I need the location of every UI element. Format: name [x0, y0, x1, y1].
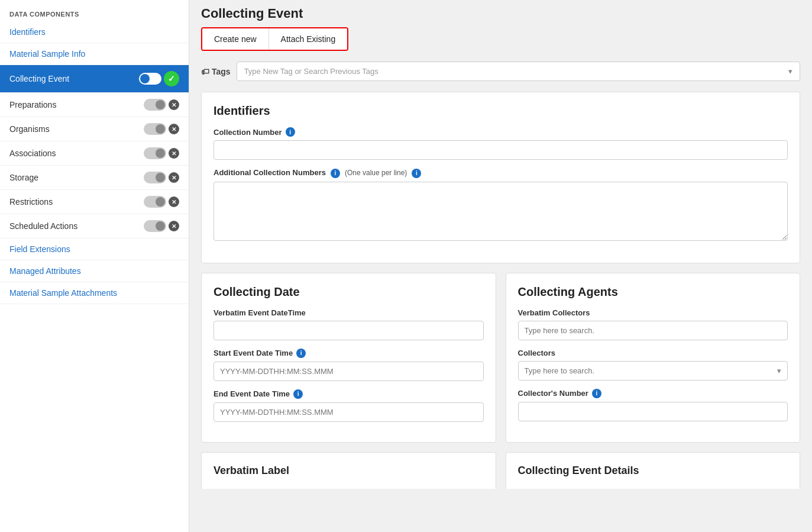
sidebar-item-restrictions[interactable]: Restrictions ✕ [0, 190, 189, 214]
sidebar-item-label: Field Extensions [9, 244, 70, 254]
associations-toggle-x[interactable]: ✕ [169, 148, 179, 159]
sidebar-item-organisms[interactable]: Organisms ✕ [0, 117, 189, 141]
collectors-label: Collectors [518, 349, 788, 357]
storage-toggle-wrap: ✕ [144, 172, 179, 183]
action-buttons-container: Create new Attach Existing [201, 27, 348, 51]
create-new-button[interactable]: Create new [202, 28, 269, 50]
page-header: Collecting Event Create new Attach Exist… [189, 0, 812, 51]
collectors-number-input[interactable] [518, 402, 788, 421]
collection-number-info-icon[interactable]: i [286, 127, 295, 137]
main-content: Collecting Event Create new Attach Exist… [189, 0, 812, 532]
sidebar-item-storage[interactable]: Storage ✕ [0, 166, 189, 190]
sidebar-item-label: Material Sample Attachments [9, 288, 117, 298]
sidebar-item-associations[interactable]: Associations ✕ [0, 141, 189, 166]
sidebar-item-label: Identifiers [9, 27, 46, 37]
collecting-event-toggle[interactable] [139, 73, 161, 85]
preparations-toggle-x[interactable]: ✕ [169, 99, 179, 110]
collecting-event-check[interactable]: ✓ [164, 71, 179, 86]
restrictions-toggle[interactable] [144, 196, 166, 208]
collectors-search-wrap[interactable]: ▾ [518, 361, 788, 381]
collection-number-label: Collection Number i [213, 127, 788, 137]
preparations-toggle[interactable] [144, 99, 166, 111]
identifiers-card-title: Identifiers [213, 104, 788, 118]
additional-collection-textarea[interactable] [213, 182, 788, 241]
collecting-event-details-title: Collecting Event Details [518, 465, 788, 477]
page-title: Collecting Event [201, 6, 800, 21]
sidebar-item-material-sample-info[interactable]: Material Sample Info [0, 43, 189, 65]
storage-toggle-x[interactable]: ✕ [169, 172, 179, 183]
sidebar-item-preparations[interactable]: Preparations ✕ [0, 93, 189, 117]
tags-row: 🏷 Tags Type New Tag or Search Previous T… [189, 57, 812, 86]
sidebar-item-label: Material Sample Info [9, 49, 85, 59]
additional-collection-row: Additional Collection Numbers i (One val… [213, 168, 788, 178]
sidebar-item-material-sample-attachments[interactable]: Material Sample Attachments [0, 282, 189, 304]
one-value-info-icon[interactable]: i [412, 169, 421, 178]
two-col-section: Collecting Date Verbatim Event DateTime … [189, 273, 812, 443]
sidebar-item-scheduled-actions[interactable]: Scheduled Actions ✕ [0, 214, 189, 238]
verbatim-label-card: Verbatim Label [201, 452, 496, 489]
start-datetime-info-icon[interactable]: i [296, 349, 306, 358]
collectors-chevron-icon: ▾ [777, 366, 781, 375]
organisms-toggle-x[interactable]: ✕ [169, 124, 179, 134]
associations-toggle[interactable] [144, 147, 166, 159]
end-datetime-info-icon[interactable]: i [293, 389, 303, 399]
collecting-agents-card: Collecting Agents Verbatim Collectors Co… [506, 273, 801, 443]
restrictions-toggle-x[interactable]: ✕ [169, 196, 179, 207]
organisms-toggle-wrap: ✕ [144, 123, 179, 135]
tags-placeholder: Type New Tag or Search Previous Tags [244, 67, 378, 76]
sidebar-item-label: Restrictions [9, 197, 53, 207]
tag-icon: 🏷 [201, 67, 209, 76]
collecting-agents-title: Collecting Agents [518, 285, 788, 299]
verbatim-collectors-label: Verbatim Collectors [518, 308, 788, 317]
sidebar-item-label: Preparations [9, 100, 56, 109]
collectors-number-info-icon[interactable]: i [592, 389, 601, 398]
sidebar-header: DATA COMPONENTS [0, 6, 189, 21]
collectors-number-label: Collector's Number i [518, 389, 788, 398]
sidebar-item-label: Managed Attributes [9, 266, 81, 276]
scheduled-actions-toggle-x[interactable]: ✕ [169, 221, 179, 231]
tags-label: 🏷 Tags [201, 67, 231, 76]
sidebar-item-label: Collecting Event [9, 74, 69, 83]
sidebar-item-label: Storage [9, 173, 38, 182]
collection-number-input[interactable] [213, 140, 788, 160]
scheduled-actions-toggle-wrap: ✕ [144, 220, 179, 232]
organisms-toggle[interactable] [144, 123, 166, 135]
restrictions-toggle-wrap: ✕ [144, 196, 179, 208]
storage-toggle[interactable] [144, 172, 166, 183]
collectors-search-input[interactable] [525, 366, 778, 375]
collecting-event-details-card: Collecting Event Details [506, 452, 801, 489]
sidebar: DATA COMPONENTS Identifiers Material Sam… [0, 0, 189, 532]
additional-collection-label: Additional Collection Numbers [213, 168, 326, 177]
chevron-down-icon: ▾ [788, 67, 792, 76]
collecting-event-toggle-wrap: ✓ [139, 71, 179, 86]
tags-label-text: Tags [212, 67, 231, 76]
verbatim-collectors-input[interactable] [518, 321, 788, 340]
sidebar-item-managed-attributes[interactable]: Managed Attributes [0, 260, 189, 282]
preparations-toggle-wrap: ✕ [144, 99, 179, 111]
verbatim-label-title: Verbatim Label [213, 465, 484, 477]
sidebar-item-label: Associations [9, 149, 56, 158]
end-datetime-label: End Event Date Time i [213, 389, 484, 399]
sidebar-item-label: Scheduled Actions [9, 221, 77, 231]
start-datetime-label: Start Event Date Time i [213, 349, 484, 358]
collecting-date-title: Collecting Date [213, 285, 484, 299]
sidebar-item-field-extensions[interactable]: Field Extensions [0, 238, 189, 260]
associations-toggle-wrap: ✕ [144, 147, 179, 159]
one-value-note: (One value per line) [345, 169, 407, 177]
sidebar-item-label: Organisms [9, 124, 50, 134]
sidebar-item-collecting-event[interactable]: Collecting Event ✓ [0, 65, 189, 93]
collecting-date-card: Collecting Date Verbatim Event DateTime … [201, 273, 496, 443]
bottom-partial: Verbatim Label Collecting Event Details [189, 452, 812, 489]
end-datetime-input[interactable] [213, 402, 484, 422]
scheduled-actions-toggle[interactable] [144, 220, 166, 232]
tags-input-area[interactable]: Type New Tag or Search Previous Tags ▾ [237, 62, 800, 81]
verbatim-datetime-input[interactable] [213, 321, 484, 340]
attach-existing-button[interactable]: Attach Existing [269, 28, 348, 50]
additional-collection-info-icon[interactable]: i [331, 169, 340, 178]
sidebar-item-identifiers[interactable]: Identifiers [0, 21, 189, 43]
verbatim-datetime-label: Verbatim Event DateTime [213, 308, 484, 317]
identifiers-card: Identifiers Collection Number i Addition… [201, 92, 800, 263]
start-datetime-input[interactable] [213, 362, 484, 381]
